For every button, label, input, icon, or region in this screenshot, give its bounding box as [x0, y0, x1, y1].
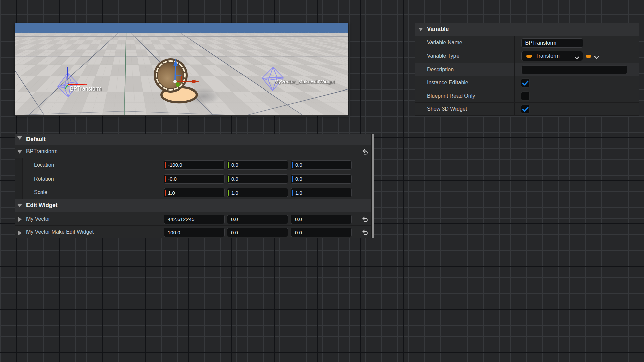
svg-text:MyVector_MakeEditWidget: MyVector_MakeEditWidget [274, 79, 335, 84]
svg-text:BPTransform: BPTransform [70, 86, 102, 92]
